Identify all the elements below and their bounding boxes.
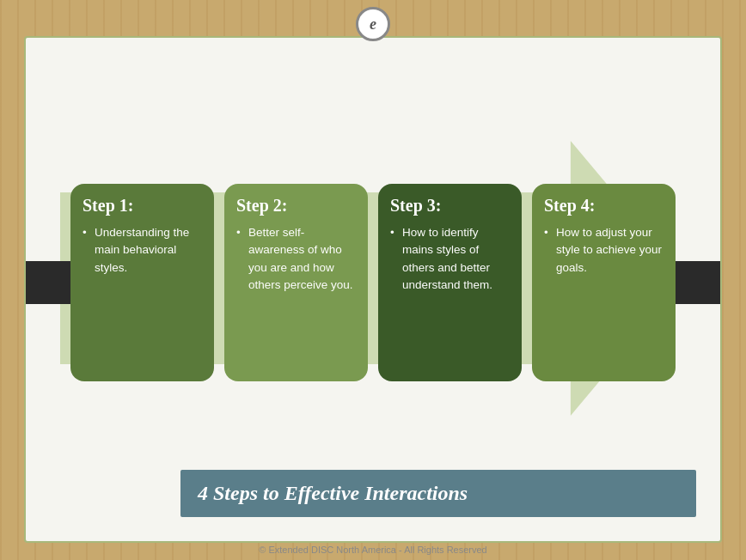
step2-box: Step 2: Better self-awareness of who you… xyxy=(224,184,368,381)
step1-content: Understanding the main behavioral styles… xyxy=(83,224,202,280)
step1-title: Step 1: xyxy=(83,196,202,216)
step3-box: Step 3: How to identify mains styles of … xyxy=(378,184,522,381)
step4-box: Step 4: How to adjust your style to achi… xyxy=(532,184,676,381)
step1-item: Understanding the main behavioral styles… xyxy=(83,224,202,277)
steps-container: Step 1: Understanding the main behaviora… xyxy=(70,158,676,407)
step3-content: How to identify mains styles of others a… xyxy=(390,224,510,297)
title-bar: 4 Steps to Effective Interactions xyxy=(180,470,696,517)
step2-title: Step 2: xyxy=(236,196,356,216)
step2-item: Better self-awareness of who you are and… xyxy=(236,224,356,294)
footer-text: © Extended DISC North America - All Righ… xyxy=(259,545,487,555)
step2-content: Better self-awareness of who you are and… xyxy=(236,224,356,297)
logo-area: e xyxy=(356,7,390,41)
step4-title: Step 4: xyxy=(544,196,663,216)
step3-title: Step 3: xyxy=(390,196,510,216)
main-card: Step 1: Understanding the main behaviora… xyxy=(24,36,722,543)
footer: © Extended DISC North America - All Righ… xyxy=(0,545,746,555)
title-bar-text: 4 Steps to Effective Interactions xyxy=(198,482,468,504)
step4-item: How to adjust your style to achieve your… xyxy=(544,224,663,277)
step1-box: Step 1: Understanding the main behaviora… xyxy=(70,184,214,381)
step4-content: How to adjust your style to achieve your… xyxy=(544,224,663,280)
step3-item: How to identify mains styles of others a… xyxy=(390,224,510,294)
logo-icon: e xyxy=(356,7,390,41)
